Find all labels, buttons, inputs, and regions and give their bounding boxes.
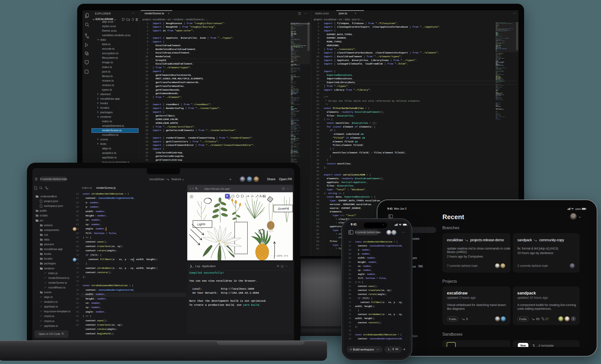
svg-text:− + 100% ↺ ↻: − + 100% ↺ ↻ xyxy=(271,255,288,257)
svg-text:Lights: Lights xyxy=(197,222,206,226)
svg-text:100%: 100% xyxy=(575,208,581,210)
